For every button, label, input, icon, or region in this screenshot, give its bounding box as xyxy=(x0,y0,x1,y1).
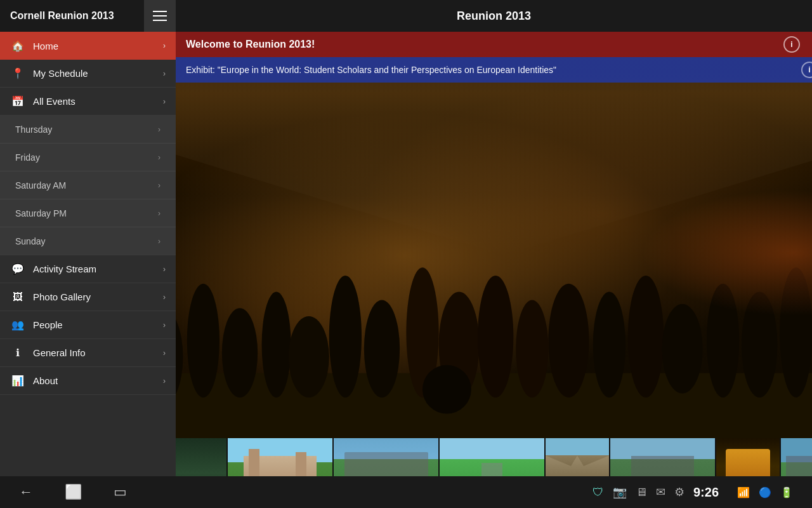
hamburger-line xyxy=(153,15,167,17)
security-icon: 🛡 xyxy=(593,486,604,499)
ticker-text: Exhibit: "Europe in the World: Student S… xyxy=(186,65,801,75)
crowd-silhouettes xyxy=(176,113,812,438)
hero-section: Welcome to Reunion 2013! i Exhibit: "Eur… xyxy=(176,32,812,438)
chevron-right-icon: › xyxy=(163,293,166,302)
svg-point-6 xyxy=(329,276,362,398)
sidebar-item-people[interactable]: 👥 People › xyxy=(0,311,176,339)
sidebar-item-label: All Events xyxy=(33,96,163,107)
sidebar-item-my-schedule[interactable]: 📍 My Schedule › xyxy=(0,60,176,88)
bluetooth-icon: 🔵 xyxy=(759,486,771,498)
sidebar-item-thursday[interactable]: Thursday › xyxy=(0,116,176,144)
chevron-right-icon: › xyxy=(163,265,166,274)
main-layout: 🏠 Home › 📍 My Schedule › 📅 All Events › … xyxy=(0,32,812,508)
top-bar: Cornell Reunion 2013 Reunion 2013 xyxy=(0,0,812,32)
home-icon: 🏠 xyxy=(10,38,25,53)
home-button[interactable]: ⬜ xyxy=(65,484,82,500)
people-icon: 👥 xyxy=(10,318,25,333)
nav-controls: ← ⬜ ▭ xyxy=(19,484,127,500)
svg-point-10 xyxy=(478,276,513,398)
svg-point-5 xyxy=(289,316,329,398)
svg-point-16 xyxy=(707,284,739,398)
hamburger-line xyxy=(153,20,167,21)
chevron-right-icon: › xyxy=(158,209,160,218)
svg-point-13 xyxy=(593,292,625,398)
chevron-right-icon: › xyxy=(163,377,166,385)
sidebar-item-home[interactable]: 🏠 Home › xyxy=(0,32,176,60)
battery-icon: 🔋 xyxy=(780,486,793,498)
sidebar-item-label: Photo Gallery xyxy=(33,291,163,302)
chevron-right-icon: › xyxy=(158,153,160,162)
svg-point-15 xyxy=(662,304,703,394)
chevron-right-icon: › xyxy=(163,69,166,78)
welcome-banner: Welcome to Reunion 2013! i xyxy=(176,32,812,57)
page-title: Reunion 2013 xyxy=(457,10,531,23)
wifi-icon: 📶 xyxy=(737,486,750,498)
camera-icon: 📷 xyxy=(613,485,627,499)
sidebar-item-about[interactable]: 📊 About › xyxy=(0,367,176,395)
sidebar-item-activity-stream[interactable]: 💬 Activity Stream › xyxy=(0,255,176,283)
chevron-right-icon: › xyxy=(158,237,160,246)
sidebar-item-sunday[interactable]: Sunday › xyxy=(0,227,176,255)
sidebar: 🏠 Home › 📍 My Schedule › 📅 All Events › … xyxy=(0,32,176,508)
clock: 9:26 xyxy=(693,485,728,500)
sidebar-item-photo-gallery[interactable]: 🖼 Photo Gallery › xyxy=(0,283,176,311)
page-title-container: Reunion 2013 xyxy=(176,10,812,23)
sidebar-item-label: General Info xyxy=(33,347,163,358)
recent-button[interactable]: ▭ xyxy=(114,484,127,500)
sidebar-item-label: Activity Stream xyxy=(33,264,163,274)
back-button[interactable]: ← xyxy=(19,484,33,500)
svg-point-21 xyxy=(422,365,471,414)
event-ticker: Exhibit: "Europe in the World: Student S… xyxy=(176,57,812,83)
sidebar-item-general-info[interactable]: ℹ General Info › xyxy=(0,339,176,367)
svg-point-2 xyxy=(187,284,219,398)
calendar-icon: 📅 xyxy=(10,94,25,109)
sidebar-item-friday[interactable]: Friday › xyxy=(0,144,176,171)
content-area: Welcome to Reunion 2013! i Exhibit: "Eur… xyxy=(176,32,812,508)
sidebar-sub-label: Sunday xyxy=(15,236,158,246)
banner-info-icon[interactable]: i xyxy=(783,36,800,53)
ticker-info-icon[interactable]: i xyxy=(801,62,812,78)
gear-icon: ⚙ xyxy=(674,485,684,499)
chevron-right-icon: › xyxy=(163,41,166,50)
sidebar-item-all-events[interactable]: 📅 All Events › xyxy=(0,88,176,116)
photo-icon: 🖼 xyxy=(10,290,25,305)
chevron-right-icon: › xyxy=(163,349,166,358)
sidebar-item-label: My Schedule xyxy=(33,68,163,79)
sidebar-item-saturday-am[interactable]: Saturday AM › xyxy=(0,171,176,199)
hamburger-button[interactable] xyxy=(144,0,176,32)
app-title: Cornell Reunion 2013 xyxy=(10,10,114,22)
svg-point-11 xyxy=(516,300,548,398)
sidebar-sub-label: Saturday PM xyxy=(15,208,158,218)
sidebar-item-label: Home xyxy=(33,41,163,51)
welcome-text: Welcome to Reunion 2013! xyxy=(186,39,315,50)
chat-icon: 💬 xyxy=(10,262,25,277)
sidebar-sub-label: Thursday xyxy=(15,124,158,135)
sidebar-item-label: People xyxy=(33,319,163,330)
chevron-right-icon: › xyxy=(163,97,166,106)
svg-point-17 xyxy=(742,292,777,398)
svg-point-7 xyxy=(364,300,400,398)
hamburger-line xyxy=(153,11,167,12)
sidebar-header: Cornell Reunion 2013 xyxy=(0,10,144,22)
sidebar-item-label: About xyxy=(33,375,163,386)
location-icon: 📍 xyxy=(10,66,25,81)
chevron-right-icon: › xyxy=(158,181,160,190)
svg-point-12 xyxy=(548,284,589,398)
sidebar-sub-label: Saturday AM xyxy=(15,180,158,190)
svg-point-14 xyxy=(628,276,664,398)
status-icons: 🛡 📷 🖥 ✉ ⚙ 9:26 📶 🔵 🔋 xyxy=(593,485,793,500)
svg-point-18 xyxy=(780,267,812,398)
sidebar-sub-label: Friday xyxy=(15,152,158,163)
mail-icon: ✉ xyxy=(656,485,665,499)
info-icon: ℹ xyxy=(10,345,25,361)
sidebar-item-saturday-pm[interactable]: Saturday PM › xyxy=(0,199,176,227)
system-bar: ← ⬜ ▭ 🛡 📷 🖥 ✉ ⚙ 9:26 📶 🔵 🔋 xyxy=(0,476,812,508)
screen-icon: 🖥 xyxy=(636,486,647,499)
svg-point-4 xyxy=(262,292,291,398)
chevron-right-icon: › xyxy=(158,125,160,134)
svg-point-3 xyxy=(222,308,258,398)
chevron-right-icon: › xyxy=(163,321,166,330)
about-icon: 📊 xyxy=(10,373,25,389)
